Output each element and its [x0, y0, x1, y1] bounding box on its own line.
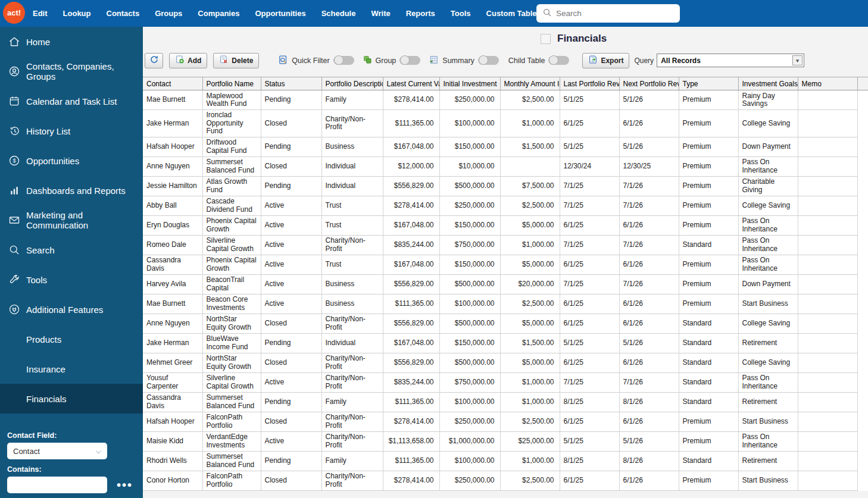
- sidebar-item-contacts-companies-groups[interactable]: Contacts, Companies, Groups: [0, 57, 143, 86]
- column-header-portfolio-descriptio[interactable]: Portfolio Descriptio: [321, 77, 383, 90]
- cell-initial-investment: $500,000.00: [439, 353, 500, 372]
- cell-filler: [857, 412, 868, 431]
- table-row[interactable]: Jake HermanIronclad Opportunity FundClos…: [143, 110, 868, 137]
- sidebar-item-search[interactable]: Search: [0, 235, 143, 265]
- menu-item-schedule[interactable]: Schedule: [321, 9, 356, 18]
- table-row[interactable]: Mae BurnettMaplewood Wealth FundPendingF…: [143, 90, 868, 110]
- summary-toggle[interactable]: [478, 56, 499, 65]
- child-table-toggle[interactable]: [548, 56, 569, 65]
- column-header-status[interactable]: Status: [261, 77, 321, 90]
- global-search[interactable]: [536, 4, 680, 23]
- sidebar-item-marketing-communication[interactable]: Marketing and Communication: [0, 205, 143, 235]
- cell-latest-current-valu: $835,244.00: [383, 372, 439, 392]
- sidebar-item-financials[interactable]: Financials: [0, 384, 143, 414]
- cell-type: Standard: [679, 235, 738, 255]
- table-row[interactable]: Romeo DaleSilverline Capital GrowthActiv…: [143, 235, 868, 255]
- column-header-portfolio-name[interactable]: Portfolio Name: [202, 77, 261, 90]
- table-row[interactable]: Harvey AvilaBeaconTrail CapitalActiveBus…: [143, 274, 868, 294]
- table-row[interactable]: Hafsah HooperFalconPath PortfolioClosedC…: [143, 412, 868, 431]
- contains-input[interactable]: [7, 477, 107, 493]
- sidebar-item-insurance[interactable]: Insurance: [0, 354, 143, 384]
- table-row[interactable]: Anne NguyenSummerset Balanced FundClosed…: [143, 156, 868, 176]
- search-input[interactable]: [556, 9, 669, 18]
- quick-filter-toggle[interactable]: [333, 56, 354, 65]
- table-row[interactable]: Mae BurnettBeacon Core InvestmentsActive…: [143, 294, 868, 314]
- column-header-type[interactable]: Type: [679, 77, 738, 90]
- menu-item-edit[interactable]: Edit: [33, 9, 48, 18]
- menu-item-tools[interactable]: Tools: [451, 9, 471, 18]
- table-row[interactable]: Mehmet GreerNorthStar Equity GrowthClose…: [143, 353, 868, 372]
- column-header-next-portfolio-revie[interactable]: Next Portfolio Revie: [619, 77, 679, 90]
- cell-investment-goals: Start Business: [738, 471, 798, 490]
- menu-item-contacts[interactable]: Contacts: [107, 9, 140, 18]
- toolbar: Add Delete Quick Filter Group Summary: [145, 52, 804, 68]
- sidebar-item-dashboards-reports[interactable]: Dashboards and Reports: [0, 176, 143, 205]
- export-button[interactable]: Export: [582, 53, 629, 68]
- cell-status: Pending: [261, 392, 321, 412]
- table-row[interactable]: Cassandra DavisSummerset Balanced FundPe…: [143, 392, 868, 412]
- cell-next-portfolio-revie: 6/1/26: [619, 255, 679, 274]
- cell-portfolio-descriptio: Business: [321, 137, 383, 156]
- sidebar-item-calendar-task-list[interactable]: Calendar and Task List: [0, 86, 143, 116]
- table-row[interactable]: Anne NguyenNorthStar Equity GrowthClosed…: [143, 314, 868, 333]
- column-header-monthly-amount-in[interactable]: Monthly Amount In: [500, 77, 560, 90]
- sidebar-item-opportunities[interactable]: $ Opportunities: [0, 146, 143, 176]
- quick-filter-icon: [278, 55, 288, 67]
- sidebar-item-label: Insurance: [26, 364, 65, 374]
- table-row[interactable]: Rhodri WellsSummerset Balanced FundPendi…: [143, 451, 868, 471]
- table-row[interactable]: Abby BallCascade Dividend FundActiveTrus…: [143, 196, 868, 215]
- select-all-checkbox[interactable]: [541, 34, 551, 44]
- table-row[interactable]: Jake HermanBlueWave Income FundPendingIn…: [143, 333, 868, 353]
- cell-next-portfolio-revie: 5/1/26: [619, 90, 679, 110]
- column-header-last-portfolio-revie[interactable]: Last Portfolio Revie: [560, 77, 619, 90]
- column-header-memo[interactable]: Memo: [798, 77, 857, 90]
- search-icon: [8, 244, 20, 256]
- add-button[interactable]: Add: [169, 53, 207, 68]
- delete-button[interactable]: Delete: [213, 53, 259, 68]
- cell-next-portfolio-revie: 8/1/26: [619, 451, 679, 471]
- table-row[interactable]: Conor HortonFalconPath PortfolioClosedCh…: [143, 471, 868, 490]
- act-logo[interactable]: act!: [3, 2, 25, 24]
- cell-last-portfolio-revie: 6/1/25: [560, 215, 619, 235]
- menu-item-custom-tables[interactable]: Custom Tables: [486, 9, 541, 18]
- query-select[interactable]: All Records ▾: [657, 54, 804, 67]
- table-row[interactable]: Yousuf CarpenterSilverline Capital Growt…: [143, 372, 868, 392]
- table-row[interactable]: Cassandra DavisPhoenix Capital GrowthAct…: [143, 255, 868, 274]
- cell-portfolio-descriptio: Family: [321, 90, 383, 110]
- sidebar-item-products[interactable]: Products: [0, 324, 143, 354]
- cell-monthly-amount-in: $1,500.00: [500, 333, 560, 353]
- column-header-latest-current-valu[interactable]: Latest Current Valu: [383, 77, 439, 90]
- column-header-initial-investment[interactable]: Initial Investment: [439, 77, 500, 90]
- sidebar-item-label: Additional Features: [26, 305, 103, 315]
- cell-latest-current-valu: $278,414.00: [383, 412, 439, 431]
- column-header-investment-goals[interactable]: Investment Goals: [738, 77, 798, 90]
- cell-investment-goals: Retirement: [738, 392, 798, 412]
- cell-last-portfolio-revie: 8/1/25: [560, 392, 619, 412]
- table-row[interactable]: Maisie KiddVerdantEdge InvestmentsActive…: [143, 431, 868, 451]
- cell-next-portfolio-revie: 5/1/26: [619, 333, 679, 353]
- sidebar-item-history-list[interactable]: History List: [0, 116, 143, 146]
- contact-field-select[interactable]: Contact ⌵: [7, 443, 107, 459]
- menu-item-lookup[interactable]: Lookup: [63, 9, 91, 18]
- more-options-button[interactable]: •••: [117, 482, 133, 488]
- menu-item-groups[interactable]: Groups: [155, 9, 182, 18]
- table-row[interactable]: Hafsah HooperDriftwood Capital FundPendi…: [143, 137, 868, 156]
- group-toggle[interactable]: [399, 56, 420, 65]
- cell-memo: [798, 196, 857, 215]
- sidebar-item-tools[interactable]: Tools: [0, 265, 143, 295]
- sidebar-item-additional-features[interactable]: Additional Features: [0, 295, 143, 324]
- table-row[interactable]: Eryn DouglasPhoenix Capital GrowthActive…: [143, 215, 868, 235]
- menu-item-reports[interactable]: Reports: [406, 9, 435, 18]
- refresh-button[interactable]: [145, 53, 163, 68]
- menu-item-write[interactable]: Write: [371, 9, 390, 18]
- sidebar-item-home[interactable]: Home: [0, 27, 143, 57]
- column-header-contact[interactable]: Contact: [143, 77, 202, 90]
- table-row[interactable]: Jessie HamiltonAtlas Growth FundPendingI…: [143, 176, 868, 196]
- add-icon: [175, 55, 185, 66]
- menu-item-opportunities[interactable]: Opportunities: [255, 9, 305, 18]
- cell-type: Premium: [679, 294, 738, 314]
- menu-item-companies[interactable]: Companies: [198, 9, 239, 18]
- cell-next-portfolio-revie: 12/30/25: [619, 156, 679, 176]
- cell-last-portfolio-revie: 7/1/25: [560, 235, 619, 255]
- cell-status: Active: [261, 372, 321, 392]
